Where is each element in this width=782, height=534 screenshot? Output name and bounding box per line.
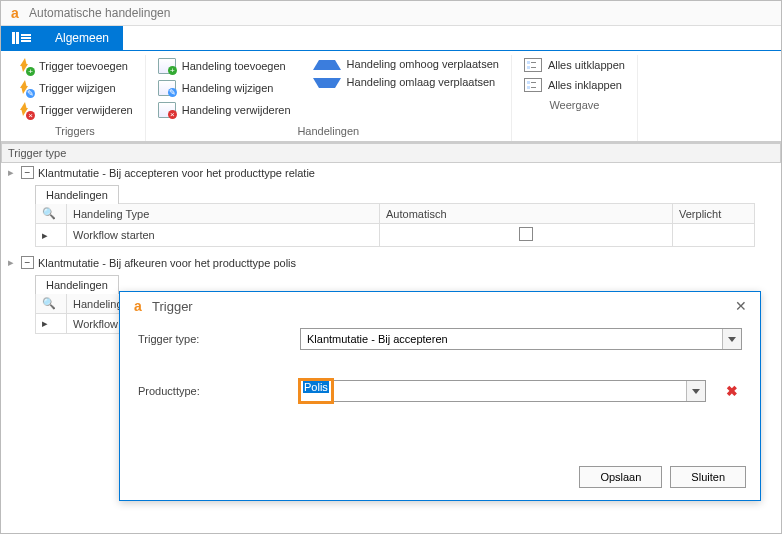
trigger-row[interactable]: ▸ − Klantmutatie - Bij afkeuren voor het… (1, 253, 781, 272)
trigger-title: Klantmutatie - Bij accepteren voor het p… (38, 167, 315, 179)
search-icon[interactable]: 🔍 (36, 204, 67, 224)
close-dialog-button[interactable]: Sluiten (670, 466, 746, 488)
col-automatic[interactable]: Automatisch (380, 204, 673, 224)
row-indicator-icon: ▸ (5, 256, 17, 269)
collapse-all-button[interactable]: Alles inklappen (522, 77, 627, 93)
app-icon: a (7, 5, 23, 21)
action-move-down-button[interactable]: Handeling omlaag verplaatsen (311, 75, 501, 89)
producttype-label: Producttype: (138, 385, 288, 397)
subgrid-tab[interactable]: Handelingen (35, 185, 119, 204)
dialog-title: Trigger (152, 299, 193, 314)
highlight-annotation: Polis (298, 378, 334, 404)
app-icon: a (130, 298, 146, 314)
lightning-icon: ✎ (17, 80, 33, 96)
subgrid-tab[interactable]: Handelingen (35, 275, 119, 294)
row-indicator-icon: ▸ (36, 224, 67, 247)
expand-all-button[interactable]: Alles uitklappen (522, 57, 627, 73)
chevron-down-icon[interactable] (686, 381, 705, 401)
trigger-type-label: Trigger type: (138, 333, 288, 345)
window-titlebar: a Automatische handelingen (1, 1, 781, 26)
expander-button[interactable]: − (21, 256, 34, 269)
action-edit-button[interactable]: ✎Handeling wijzigen (156, 79, 293, 97)
document-icon: + (158, 58, 176, 74)
save-button[interactable]: Opslaan (579, 466, 662, 488)
hamburger-icon (21, 37, 31, 39)
document-icon: ✎ (158, 80, 176, 96)
lightning-icon: × (17, 102, 33, 118)
clear-button[interactable]: ✖ (722, 381, 742, 401)
table-row[interactable]: ▸ Workflow starten (36, 224, 755, 247)
trigger-edit-button[interactable]: ✎Trigger wijzigen (15, 79, 135, 97)
expander-button[interactable]: − (21, 166, 34, 179)
tree-collapse-icon (524, 78, 542, 92)
close-button[interactable]: ✕ (732, 298, 750, 314)
arrow-down-icon (313, 78, 341, 88)
tab-general[interactable]: Algemeen (41, 26, 123, 50)
search-icon[interactable]: 🔍 (36, 294, 67, 314)
trigger-type-combo[interactable] (300, 328, 742, 350)
arrow-up-icon (313, 60, 341, 70)
producttype-value[interactable]: Polis (303, 381, 329, 393)
group-label-triggers: Triggers (15, 123, 135, 141)
trigger-row[interactable]: ▸ − Klantmutatie - Bij accepteren voor h… (1, 163, 781, 182)
chevron-down-icon[interactable] (722, 329, 741, 349)
row-indicator-icon: ▸ (36, 314, 67, 334)
trigger-type-input[interactable] (301, 329, 722, 349)
document-icon: × (158, 102, 176, 118)
action-delete-button[interactable]: ×Handeling verwijderen (156, 101, 293, 119)
lightning-icon: + (17, 58, 33, 74)
producttype-input[interactable] (334, 381, 686, 401)
trigger-delete-button[interactable]: ×Trigger verwijderen (15, 101, 135, 119)
action-add-button[interactable]: +Handeling toevoegen (156, 57, 293, 75)
cell-action-type: Workflow starten (67, 224, 380, 247)
checkbox[interactable] (519, 227, 533, 241)
trigger-dialog: a Trigger ✕ Trigger type: Producttype: P… (119, 291, 761, 501)
ribbon: +Trigger toevoegen ✎Trigger wijzigen ×Tr… (1, 51, 781, 142)
row-indicator-icon: ▸ (5, 166, 17, 179)
actions-table: 🔍 Handeling Type Automatisch Verplicht ▸… (35, 203, 755, 247)
grid-column-header[interactable]: Trigger type (1, 143, 781, 163)
col-action-type[interactable]: Handeling Type (67, 204, 380, 224)
ribbon-tabstrip: Algemeen (1, 26, 781, 51)
producttype-combo[interactable]: Polis (300, 380, 706, 402)
trigger-title: Klantmutatie - Bij afkeuren voor het pro… (38, 257, 296, 269)
trigger-add-button[interactable]: +Trigger toevoegen (15, 57, 135, 75)
group-label-view: Weergave (522, 97, 627, 115)
group-label-actions: Handelingen (156, 123, 501, 141)
col-required[interactable]: Verplicht (673, 204, 755, 224)
action-move-up-button[interactable]: Handeling omhoog verplaatsen (311, 57, 501, 71)
app-menu-button[interactable] (1, 26, 41, 50)
window-title: Automatische handelingen (29, 6, 170, 20)
tree-expand-icon (524, 58, 542, 72)
